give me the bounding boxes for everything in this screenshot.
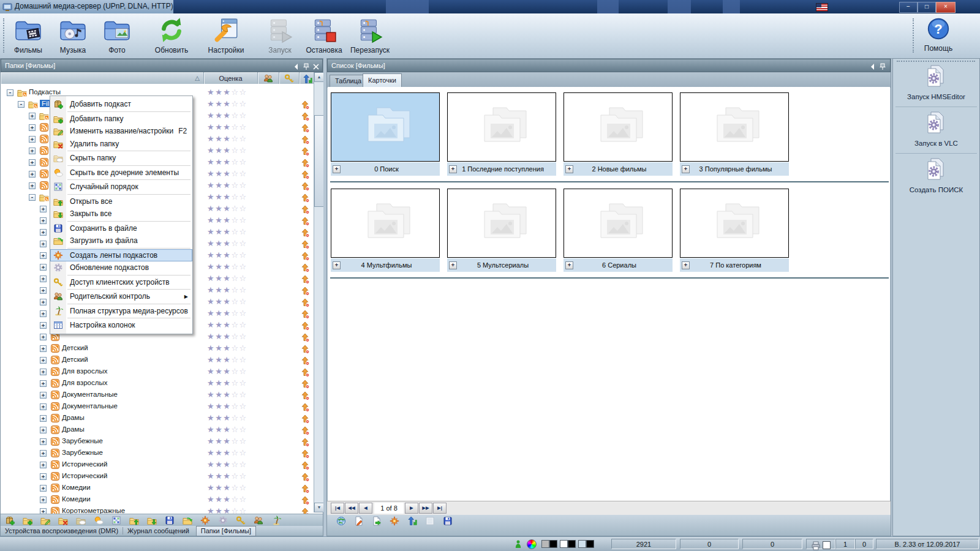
- card-thumbnail[interactable]: [447, 189, 556, 258]
- rating-stars[interactable]: ★★★☆☆: [207, 99, 247, 108]
- column-access[interactable]: [279, 72, 300, 84]
- card-thumbnail[interactable]: [564, 189, 673, 258]
- expand-toggle[interactable]: +: [29, 113, 36, 119]
- rating-stars[interactable]: ★★★☆☆: [207, 146, 247, 155]
- expand-toggle[interactable]: +: [40, 450, 47, 457]
- card-folder[interactable]: +5 Мультсериалы: [447, 189, 556, 272]
- rating-stars[interactable]: ★★★☆☆: [207, 134, 247, 143]
- key-icon[interactable]: [236, 515, 246, 525]
- card-folder[interactable]: +7 По категориям: [680, 189, 789, 272]
- tree-scrollbar[interactable]: ▲ ▼: [314, 72, 324, 512]
- menu-item[interactable]: Обновление подкастов: [50, 261, 192, 274]
- toolbar-button-films-folder[interactable]: Фильмы: [6, 16, 50, 56]
- side-button-3[interactable]: Создать ПОИСК: [894, 157, 978, 200]
- page-edit-icon[interactable]: [354, 516, 364, 526]
- card-folder[interactable]: +3 Популярные фильмы: [680, 92, 789, 176]
- expand-toggle[interactable]: +: [40, 392, 47, 399]
- folder-close-all-icon[interactable]: [147, 515, 157, 525]
- maximize-button[interactable]: □: [918, 2, 936, 13]
- rating-stars[interactable]: ★★★☆☆: [207, 460, 247, 469]
- expand-toggle[interactable]: +: [40, 310, 47, 317]
- panel-pin-button[interactable]: [878, 62, 886, 70]
- page-export-icon[interactable]: [372, 516, 382, 526]
- tree-item-label[interactable]: Для взрослых: [62, 379, 107, 386]
- rating-stars[interactable]: ★★★☆☆: [207, 181, 247, 190]
- list-faded-icon[interactable]: [425, 516, 435, 526]
- save-file-icon[interactable]: [443, 516, 453, 526]
- menu-item[interactable]: Доступ клиентских устройств: [50, 276, 192, 289]
- rating-stars[interactable]: ★★★☆☆: [207, 367, 247, 376]
- card-expand-button[interactable]: +: [682, 261, 690, 269]
- expand-toggle[interactable]: +: [29, 171, 36, 178]
- rating-stars[interactable]: ★★★☆☆: [207, 111, 247, 120]
- bottom-tab-3[interactable]: Папки [Фильмы]: [196, 526, 256, 536]
- expand-toggle[interactable]: +: [29, 182, 36, 189]
- tree-row[interactable]: +Драмы★★★☆☆: [1, 424, 314, 436]
- folder-add-icon[interactable]: [23, 515, 32, 525]
- collapse-toggle[interactable]: -: [18, 101, 24, 108]
- expand-toggle[interactable]: +: [40, 403, 47, 410]
- rating-stars[interactable]: ★★★☆☆: [207, 227, 247, 236]
- card-folder[interactable]: +2 Новые фильмы: [564, 92, 673, 176]
- collapse-toggle[interactable]: -: [7, 89, 13, 96]
- card-thumbnail[interactable]: [564, 92, 673, 162]
- column-order[interactable]: [300, 72, 314, 84]
- menu-item[interactable]: Загрузить из файла: [50, 234, 192, 247]
- expand-toggle[interactable]: +: [40, 241, 47, 247]
- folder-delete-icon[interactable]: [58, 515, 68, 525]
- rating-stars[interactable]: ★★★☆☆: [207, 437, 247, 446]
- panel-collapse-button[interactable]: [292, 62, 300, 70]
- expand-toggle[interactable]: +: [40, 287, 47, 294]
- tree-item-label[interactable]: Комедии: [62, 484, 91, 491]
- collapse-toggle[interactable]: -: [29, 194, 36, 201]
- expand-toggle[interactable]: +: [40, 206, 47, 212]
- expand-toggle[interactable]: +: [40, 508, 47, 514]
- tree-row[interactable]: +Комедии★★★☆☆: [1, 494, 314, 506]
- rating-stars[interactable]: ★★★☆☆: [207, 250, 247, 260]
- expand-toggle[interactable]: +: [40, 485, 47, 492]
- card-thumbnail[interactable]: [447, 92, 556, 162]
- rating-stars[interactable]: ★★★☆☆: [207, 274, 247, 283]
- expand-toggle[interactable]: +: [40, 299, 47, 305]
- side-button-1[interactable]: Запуск HMSEditor: [894, 64, 978, 107]
- expand-toggle[interactable]: +: [40, 345, 47, 352]
- people-icon[interactable]: [254, 515, 263, 525]
- tree-item-label[interactable]: Для взрослых: [62, 367, 107, 375]
- tree-item-label[interactable]: Подкасты: [29, 88, 61, 96]
- feed-star-icon[interactable]: [200, 515, 210, 525]
- tree-row[interactable]: +Зарубежные★★★☆☆: [1, 436, 314, 448]
- panel-close-button[interactable]: [311, 62, 320, 70]
- rating-stars[interactable]: ★★★☆☆: [207, 425, 247, 434]
- rating-stars[interactable]: ★★★☆☆: [207, 448, 247, 457]
- toolbar-button-help[interactable]: ? Помощь: [916, 16, 960, 56]
- rating-stars[interactable]: ★★★☆☆: [207, 390, 247, 399]
- tree-item-label[interactable]: Детский: [62, 344, 88, 351]
- expand-toggle[interactable]: +: [40, 462, 47, 468]
- card-folder[interactable]: +0 Поиск: [331, 92, 440, 176]
- card-expand-button[interactable]: +: [565, 165, 573, 173]
- page-button-1[interactable]: |◀: [331, 503, 344, 514]
- card-folder[interactable]: +6 Сериалы: [564, 189, 673, 272]
- folder-edit-icon[interactable]: [40, 515, 50, 525]
- toolbar-button-settings[interactable]: Настройки: [204, 16, 248, 56]
- menu-item[interactable]: Изменить название/настройкиF2: [50, 125, 192, 138]
- side-button-2[interactable]: Запуск в VLC: [894, 110, 978, 153]
- expand-toggle[interactable]: +: [40, 497, 47, 503]
- tree-item-label[interactable]: Документальные: [62, 391, 118, 398]
- expand-toggle[interactable]: +: [40, 415, 47, 422]
- tree-item-label[interactable]: Детский: [62, 356, 88, 363]
- expand-toggle[interactable]: +: [40, 380, 47, 387]
- rating-stars[interactable]: ★★★☆☆: [207, 204, 247, 213]
- rating-stars[interactable]: ★★★☆☆: [207, 483, 247, 492]
- expand-toggle[interactable]: +: [40, 357, 47, 364]
- menu-item[interactable]: Случайный порядок: [50, 181, 192, 193]
- card-expand-button[interactable]: +: [449, 261, 457, 269]
- rating-stars[interactable]: ★★★☆☆: [207, 297, 247, 306]
- toolbar-button-stop[interactable]: Остановка: [302, 16, 346, 56]
- folder-open-all-icon[interactable]: [129, 515, 139, 525]
- menu-item[interactable]: Создать ленты подкастов: [50, 249, 192, 262]
- rating-stars[interactable]: ★★★☆☆: [207, 343, 247, 353]
- expand-toggle[interactable]: +: [40, 473, 47, 480]
- tree-item-label[interactable]: Драмы: [62, 425, 85, 433]
- random-grid-icon[interactable]: [111, 515, 121, 525]
